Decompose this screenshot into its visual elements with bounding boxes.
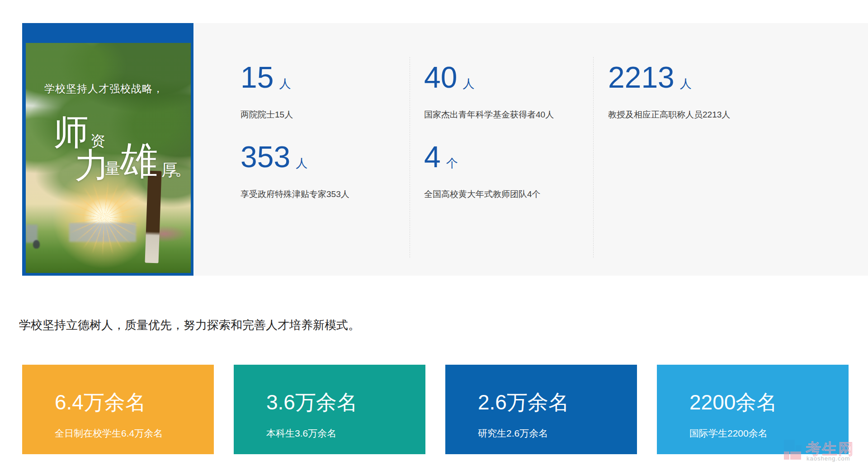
card-label: 本科生3.6万余名 — [266, 428, 418, 439]
photo-person — [33, 240, 40, 249]
stat-value: 40人 — [424, 61, 593, 99]
stat-senior-professors: 2213人 教授及相应正高职称人员2213人 — [608, 61, 868, 120]
faculty-hero-card: 学校坚持人才强校战略， 师 资 力 量 雄 厚 。 — [22, 23, 193, 276]
faculty-stats-panel: 15人 两院院士15人 353人 享受政府特殊津贴专家353人 40人 国家杰出… — [194, 23, 868, 276]
headline-char: 量 — [105, 160, 120, 176]
faculty-stats-columns: 15人 两院院士15人 353人 享受政府特殊津贴专家353人 40人 国家杰出… — [194, 23, 868, 258]
stat-label: 教授及相应正高职称人员2213人 — [608, 109, 868, 120]
watermark-domain: kaosheng.com — [807, 455, 850, 462]
stat-label: 全国高校黄大年式教师团队4个 — [424, 189, 593, 200]
card-label: 研究生2.6万余名 — [478, 428, 630, 439]
stat-unit: 人 — [462, 77, 474, 90]
card-value: 6.4万余名 — [55, 390, 207, 415]
kaosheng-watermark: 考生网 kaosheng.com — [784, 438, 865, 466]
card-undergraduates: 3.6万余名 本科生3.6万余名 — [234, 365, 425, 454]
hero-tagline: 学校坚持人才强校战略， — [44, 82, 164, 96]
card-graduates: 2.6万余名 研究生2.6万余名 — [445, 365, 637, 454]
headline-char: 师 — [53, 114, 89, 150]
stat-value: 4个 — [424, 141, 593, 179]
stat-label: 国家杰出青年科学基金获得者40人 — [424, 109, 593, 120]
stat-huang-danian-teams: 4个 全国高校黄大年式教师团队4个 — [424, 141, 593, 200]
stat-unit: 人 — [296, 156, 307, 170]
faculty-stats-column-1: 15人 两院院士15人 353人 享受政府特殊津贴专家353人 — [194, 57, 410, 258]
stat-value: 353人 — [241, 141, 410, 179]
campus-sunset-photo: 学校坚持人才强校战略， 师 资 力 量 雄 厚 。 — [26, 43, 191, 273]
talent-cultivation-intro: 学校坚持立德树人，质量优先，努力探索和完善人才培养新模式。 — [19, 316, 360, 334]
stat-academicians: 15人 两院院士15人 — [241, 61, 410, 120]
faculty-stats-column-3: 2213人 教授及相应正高职称人员2213人 — [593, 57, 868, 258]
card-value: 3.6万余名 — [266, 390, 418, 415]
stat-label: 享受政府特殊津贴专家353人 — [241, 189, 410, 200]
card-label: 国际学生2200余名 — [689, 428, 841, 439]
kaosheng-logo-icon — [784, 440, 803, 461]
stat-unit: 人 — [680, 77, 692, 90]
headline-char: 雄 — [120, 141, 158, 179]
card-label: 全日制在校学生6.4万余名 — [55, 428, 207, 439]
faculty-stats-column-2: 40人 国家杰出青年科学基金获得者40人 4个 全国高校黄大年式教师团队4个 — [410, 57, 593, 258]
stat-value: 15人 — [241, 61, 410, 99]
stat-unit: 人 — [279, 77, 291, 90]
headline-char: 。 — [175, 161, 191, 178]
stat-special-allowance-experts: 353人 享受政府特殊津贴专家353人 — [241, 141, 410, 200]
photo-sun-flare — [65, 179, 144, 258]
stat-distinguished-young-scholars: 40人 国家杰出青年科学基金获得者40人 — [424, 61, 593, 120]
student-stats-row: 6.4万余名 全日制在校学生6.4万余名 3.6万余名 本科生3.6万余名 2.… — [22, 365, 849, 454]
card-value: 2.6万余名 — [478, 390, 630, 415]
card-full-time-students: 6.4万余名 全日制在校学生6.4万余名 — [22, 365, 214, 454]
photo-tree-trunk — [145, 171, 161, 263]
stat-unit: 个 — [446, 156, 458, 170]
headline-char: 力 — [75, 148, 109, 183]
card-value: 2200余名 — [689, 390, 841, 415]
stat-label: 两院院士15人 — [241, 109, 410, 120]
stat-value: 2213人 — [608, 61, 868, 99]
